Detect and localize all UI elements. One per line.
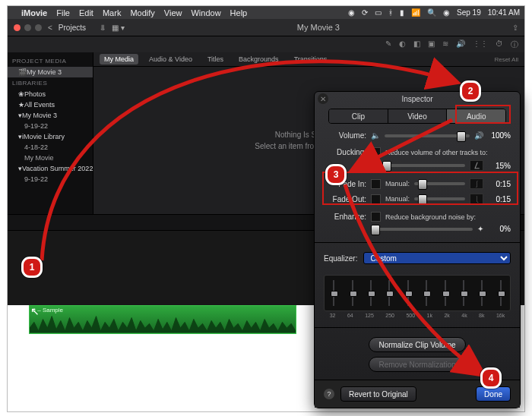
fadeout-label: Fade Out: xyxy=(324,195,366,203)
siri-icon[interactable]: ◉ xyxy=(443,8,450,17)
tab-audiovideo[interactable]: Audio & Video xyxy=(144,54,197,65)
fadein-curve-icon[interactable]: ⎰ xyxy=(470,178,483,189)
sidebar-item-allevents[interactable]: ★ All Events xyxy=(8,99,93,110)
fadeout-checkbox[interactable] xyxy=(371,194,381,204)
import-icon[interactable]: ⥥ xyxy=(100,24,106,32)
menu-mark[interactable]: Mark xyxy=(103,8,121,17)
sidebar-item-lib2b[interactable]: My Movie xyxy=(8,153,93,163)
close-window-button[interactable] xyxy=(14,24,21,31)
menu-view[interactable]: View xyxy=(164,8,182,17)
reset-all-link[interactable]: Reset All xyxy=(494,56,518,63)
sidebar-item-lib2[interactable]: ▾ iMovie Library xyxy=(8,131,93,142)
tab-mymedia[interactable]: My Media xyxy=(100,54,138,65)
fadeout-slider[interactable] xyxy=(414,197,465,200)
enhance-checkbox[interactable] xyxy=(371,212,381,222)
info-icon[interactable]: ⓘ xyxy=(511,39,518,50)
macos-menubar: iMovie File Edit Mark Modify View Window… xyxy=(8,6,524,19)
menu-edit[interactable]: Edit xyxy=(79,8,93,17)
equalizer-row: Equalizer: Custom xyxy=(324,252,511,264)
volume-icon[interactable]: 🔊 xyxy=(456,39,465,50)
tab-transitions[interactable]: Transitions xyxy=(290,54,332,65)
ducking-curve-icon[interactable]: ⎳ xyxy=(470,160,483,171)
menu-help[interactable]: Help xyxy=(230,8,248,17)
tab-audio[interactable]: Audio xyxy=(447,109,505,123)
menubar-date[interactable]: Sep 19 xyxy=(457,8,481,17)
ducking-desc: Reduce volume of other tracks to: xyxy=(385,149,488,156)
tab-titles[interactable]: Titles xyxy=(203,54,228,65)
window-title: My Movie 3 xyxy=(131,23,506,32)
done-button[interactable]: Done xyxy=(476,386,511,402)
remove-normalization-button: Remove Normalization xyxy=(369,357,465,372)
menubar-time[interactable]: 10:41 AM xyxy=(488,8,520,17)
volume-label: Volume: xyxy=(324,131,366,140)
inspector-title: Inspector xyxy=(401,95,432,103)
minimize-window-button[interactable] xyxy=(24,24,31,31)
menu-window[interactable]: Window xyxy=(191,8,220,17)
sync-icon[interactable]: ⟳ xyxy=(362,8,368,17)
fadeout-value: 0:15 xyxy=(488,195,511,203)
sidebar-header-libraries: LIBRARIES xyxy=(8,77,93,89)
audio-clip[interactable]: ♪ – Sample xyxy=(29,305,296,334)
normalize-button[interactable]: Normalize Clip Volume xyxy=(369,337,465,352)
ducking-checkbox[interactable] xyxy=(371,147,381,157)
equalizer-select[interactable]: Custom xyxy=(363,252,511,264)
zoom-window-button[interactable] xyxy=(35,24,42,31)
fadein-checkbox[interactable] xyxy=(371,179,381,189)
back-to-projects[interactable]: Projects xyxy=(59,24,86,32)
sidebar-item-lib1[interactable]: ▾ My Movie 3 xyxy=(8,110,93,121)
sidebar-item-movie[interactable]: 🎬 My Movie 3 xyxy=(8,67,93,77)
battery-icon[interactable]: ▮ xyxy=(400,8,404,17)
fadein-slider[interactable] xyxy=(414,182,465,185)
window-titlebar: < Projects ⥥ ▦ ▾ My Movie 3 ⇪ xyxy=(8,19,524,36)
enhance-label: Enhance: xyxy=(324,213,366,221)
clapper-icon: 🎬 xyxy=(18,68,27,76)
enhance-slider[interactable] xyxy=(371,228,473,231)
wand-icon[interactable]: ✎ xyxy=(385,39,391,50)
grid-icon[interactable]: ▦ ▾ xyxy=(112,24,125,32)
wifi-icon[interactable]: 📶 xyxy=(411,8,420,17)
menu-modify[interactable]: Modify xyxy=(130,8,154,17)
display-icon[interactable]: ▭ xyxy=(375,8,382,17)
menu-file[interactable]: File xyxy=(56,8,70,17)
ducking-label: Ducking: xyxy=(324,148,366,156)
fadeout-curve-icon[interactable]: ⎱ xyxy=(470,194,483,204)
noise-icon[interactable]: ⋮⋮ xyxy=(473,39,488,50)
record-icon[interactable]: ◉ xyxy=(348,8,355,17)
sidebar-item-lib2a[interactable]: 4-18-22 xyxy=(8,142,93,153)
tab-video[interactable]: Video xyxy=(388,109,448,123)
stabilize-icon[interactable]: ≋ xyxy=(442,39,448,50)
sidebar-item-photos[interactable]: ❀ Photos xyxy=(8,89,93,99)
menubar-app[interactable]: iMovie xyxy=(21,8,47,17)
waveform-icon xyxy=(30,306,296,332)
equalizer-label: Equalizer: xyxy=(324,254,357,263)
close-icon[interactable]: ✕ xyxy=(318,93,328,104)
help-icon[interactable]: ? xyxy=(324,389,334,399)
tab-backgrounds[interactable]: Backgrounds xyxy=(234,54,283,65)
mouse-cursor-icon: ↖ xyxy=(30,305,40,317)
volume-row: Volume: 🔈 🔊 100% xyxy=(324,131,511,140)
color-balance-icon[interactable]: ◐ xyxy=(399,39,406,50)
project-sidebar: PROJECT MEDIA 🎬 My Movie 3 LIBRARIES ❀ P… xyxy=(8,52,93,214)
share-icon[interactable]: ⇪ xyxy=(512,24,518,32)
sidebar-item-lib3[interactable]: ▾ Vacation Summer 2022 xyxy=(8,163,93,174)
color-correct-icon[interactable]: ◧ xyxy=(413,39,420,50)
volume-slider[interactable] xyxy=(385,134,470,137)
inspector-footer: ? Revert to Original Done xyxy=(315,380,520,408)
speed-icon[interactable]: ⏱ xyxy=(496,39,503,50)
bluetooth-icon[interactable]: ᚼ xyxy=(388,8,393,17)
speaker-low-icon: 🔈 xyxy=(371,131,380,140)
ducking-slider[interactable] xyxy=(371,164,465,167)
sidebar-item-lib1a[interactable]: 9-19-22 xyxy=(8,121,93,131)
enhance-value: 0% xyxy=(488,225,511,233)
fade-block: Fade In: Manual: ⎰ 0:15 Fade Out: Manual… xyxy=(324,178,511,204)
sidebar-header-project: PROJECT MEDIA xyxy=(8,55,93,67)
search-icon[interactable]: 🔍 xyxy=(427,8,436,17)
tab-clip[interactable]: Clip xyxy=(329,109,388,123)
equalizer-graph[interactable] xyxy=(324,275,511,311)
crop-icon[interactable]: ▣ xyxy=(428,39,435,50)
fadein-manual: Manual: xyxy=(385,180,410,188)
inspector-popover: ✕ Inspector Clip Video Audio Volume: 🔈 🔊… xyxy=(314,91,521,408)
sidebar-item-lib3a[interactable]: 9-19-22 xyxy=(8,174,93,184)
fadeout-manual: Manual: xyxy=(385,195,410,203)
revert-button[interactable]: Revert to Original xyxy=(340,386,416,402)
